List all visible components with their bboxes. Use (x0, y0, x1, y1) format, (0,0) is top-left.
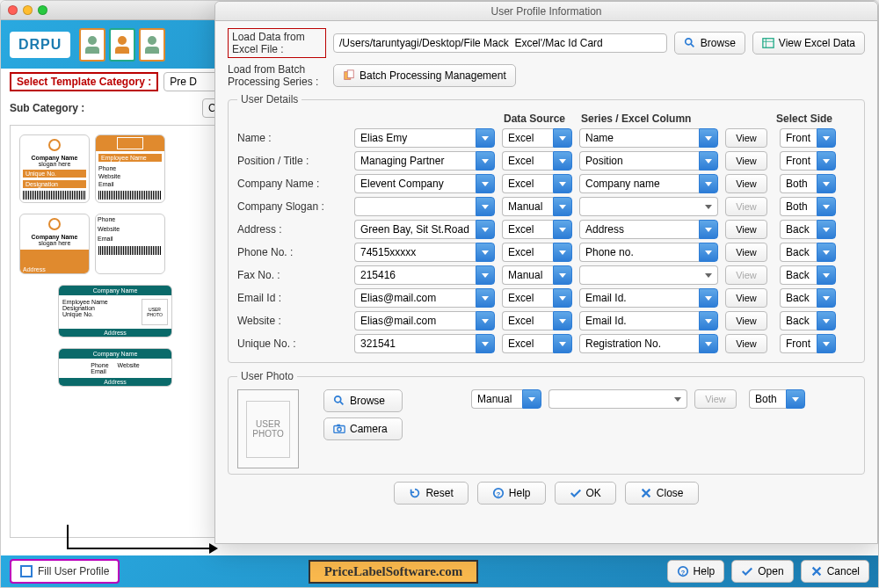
source-select[interactable] (502, 265, 572, 285)
browse-excel-button[interactable]: Browse (674, 32, 745, 54)
field-row: Address :View (237, 220, 855, 239)
view-button[interactable]: View (725, 220, 767, 239)
column-select[interactable] (579, 334, 718, 353)
template-preview-panel: Company Name slogan here Unique No. Desi… (10, 125, 221, 538)
column-select[interactable] (579, 220, 718, 239)
template-thumb-3[interactable]: Company Name slogan here Address (19, 214, 90, 274)
close-window-icon[interactable] (8, 5, 18, 15)
excel-path-input[interactable] (333, 33, 667, 53)
view-button[interactable]: View (725, 128, 767, 148)
bottom-open-button[interactable]: Open (731, 560, 793, 583)
column-select[interactable] (579, 151, 718, 171)
column-select[interactable] (579, 174, 718, 193)
user-photo-fieldset: User Photo USER PHOTO Browse Camera (228, 370, 865, 475)
help-button[interactable]: ?Help (477, 482, 546, 505)
svg-point-0 (686, 39, 692, 45)
side-select[interactable] (780, 128, 836, 148)
fill-user-profile-button[interactable]: Fill User Profile (10, 559, 120, 584)
photo-source-select[interactable] (471, 389, 541, 409)
field-row: Company Name :View (237, 174, 855, 193)
select-template-category-label: Select Template Category : (10, 72, 158, 91)
value-input[interactable] (354, 265, 495, 285)
view-excel-data-button[interactable]: View Excel Data (752, 32, 865, 54)
value-input[interactable] (354, 128, 495, 148)
reset-button[interactable]: Reset (394, 482, 468, 505)
view-button: View (725, 197, 767, 216)
maximize-window-icon[interactable] (38, 5, 47, 15)
user-profile-dialog: User Profile Information Load Data from … (214, 1, 878, 544)
source-select[interactable] (502, 151, 572, 171)
source-select[interactable] (502, 288, 572, 308)
view-button: View (725, 265, 767, 285)
field-label: Email Id : (237, 292, 347, 304)
source-select[interactable] (502, 197, 572, 216)
column-select[interactable] (579, 243, 718, 262)
column-select[interactable] (579, 128, 718, 148)
source-select[interactable] (502, 334, 572, 353)
svg-rect-7 (337, 425, 340, 426)
photo-column-select[interactable] (548, 389, 687, 409)
source-select[interactable] (502, 243, 572, 262)
svg-text:?: ? (496, 490, 500, 498)
header-card-icons (79, 28, 165, 62)
side-select[interactable] (780, 197, 836, 216)
bottom-help-button[interactable]: ?Help (667, 560, 725, 583)
column-select[interactable] (579, 288, 718, 308)
sub-category-label: Sub Category : (10, 102, 197, 114)
field-label: Fax No. : (237, 269, 347, 281)
source-select[interactable] (502, 220, 572, 239)
template-thumb-6[interactable]: Company Name PhoneEmail Website Address (58, 348, 172, 387)
user-photo-placeholder: USER PHOTO (237, 389, 299, 468)
column-select[interactable] (579, 265, 718, 285)
value-input[interactable] (354, 151, 495, 171)
side-select[interactable] (780, 288, 836, 308)
value-input[interactable] (354, 334, 495, 353)
view-button[interactable]: View (725, 311, 767, 330)
side-select[interactable] (780, 334, 836, 353)
bottom-cancel-button[interactable]: Cancel (801, 560, 869, 583)
svg-rect-1 (763, 39, 774, 48)
template-thumb-1[interactable]: Company Name slogan here Unique No. Desi… (19, 134, 90, 203)
minimize-window-icon[interactable] (23, 5, 33, 15)
column-select[interactable] (579, 311, 718, 330)
side-select[interactable] (780, 174, 836, 193)
field-row: Fax No. :View (237, 265, 855, 285)
photo-browse-button[interactable]: Browse (323, 389, 403, 412)
source-select[interactable] (502, 128, 572, 148)
side-select[interactable] (780, 151, 836, 171)
template-thumb-4[interactable]: Phone Website Email (95, 214, 165, 274)
photo-side-select[interactable] (749, 389, 805, 409)
callout-arrow (67, 548, 216, 549)
value-input[interactable] (354, 311, 495, 330)
field-label: Company Slogan : (237, 200, 347, 213)
source-select[interactable] (502, 174, 572, 193)
ok-button[interactable]: OK (555, 482, 616, 505)
close-button[interactable]: Close (625, 482, 699, 505)
side-select[interactable] (780, 243, 836, 262)
side-select[interactable] (780, 220, 836, 239)
value-input[interactable] (354, 174, 495, 193)
source-select[interactable] (502, 311, 572, 330)
batch-icon (343, 69, 355, 82)
batch-processing-button[interactable]: Batch Processing Management (333, 64, 516, 87)
field-row: Email Id :View (237, 288, 855, 308)
value-input[interactable] (354, 288, 495, 308)
view-button[interactable]: View (725, 288, 767, 308)
template-thumb-5[interactable]: Company Name Employee Name Designation U… (58, 285, 172, 338)
view-button[interactable]: View (725, 174, 767, 193)
reset-icon (409, 487, 421, 499)
value-input[interactable] (354, 243, 495, 262)
view-button[interactable]: View (725, 243, 767, 262)
view-button[interactable]: View (725, 151, 767, 171)
watermark: PriceLabelSoftware.com (309, 560, 479, 584)
value-input[interactable] (354, 197, 495, 216)
camera-button[interactable]: Camera (323, 417, 403, 440)
column-select[interactable] (579, 197, 718, 216)
value-input[interactable] (354, 220, 495, 239)
close-icon (640, 487, 652, 499)
svg-rect-3 (347, 70, 353, 78)
side-select[interactable] (780, 311, 836, 330)
side-select[interactable] (780, 265, 836, 285)
view-button[interactable]: View (725, 334, 767, 353)
template-thumb-2[interactable]: Employee Name Phone Website Email (95, 134, 165, 203)
